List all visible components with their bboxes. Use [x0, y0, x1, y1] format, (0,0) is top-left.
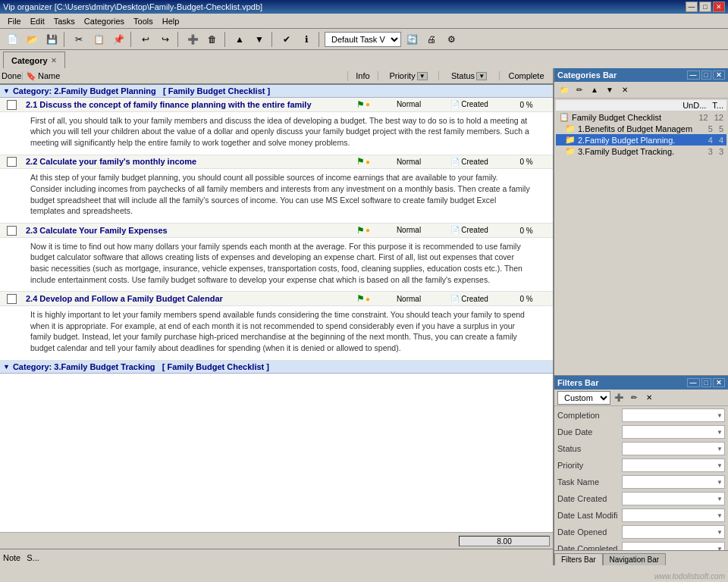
filter-field-input[interactable]: ▼	[622, 458, 725, 472]
priority-sort-btn[interactable]: ▼	[417, 72, 428, 80]
filter-preset-dropdown[interactable]: Custom	[557, 391, 610, 405]
col-header-status[interactable]: Status ▼	[439, 71, 500, 80]
filter-dropdown-arrow-icon[interactable]: ▼	[717, 479, 723, 486]
toolbar-undo[interactable]: ↩	[136, 31, 155, 48]
cat-header-close[interactable]: ✕	[713, 70, 725, 80]
cat-header-minimize[interactable]: —	[687, 70, 700, 80]
cat-tree-item[interactable]: 📁 1.Benefits of Budget Managem 5 5	[556, 123, 726, 134]
toolbar-refresh[interactable]: 🔄	[403, 31, 421, 48]
task-row[interactable]: 2.2 Calculate your family's monthly inco…	[0, 155, 553, 170]
cat-move-up-btn[interactable]: ▲	[588, 83, 601, 97]
cat-header-maximize[interactable]: □	[701, 70, 711, 80]
category-row[interactable]: ▼ Category: 2.Family Budget Planning [ F…	[0, 85, 553, 98]
filter-dropdown-arrow-icon[interactable]: ▼	[717, 512, 723, 519]
task-row[interactable]: 2.3 Calculate Your Family Expenses ⚑ ● N…	[0, 224, 553, 238]
task-done-cell[interactable]	[0, 155, 23, 169]
toolbar-info[interactable]: ℹ	[297, 31, 315, 48]
maximize-button[interactable]: □	[699, 2, 711, 12]
toolbar-save[interactable]: 💾	[42, 31, 61, 48]
category-row[interactable]: ▼ Category: 3.Family Budget Tracking [ F…	[0, 361, 553, 374]
filter-dropdown-arrow-icon[interactable]: ▼	[717, 462, 723, 469]
filter-dropdown-arrow-icon[interactable]: ▼	[717, 429, 723, 436]
filter-field-label: Date Last Modifi	[557, 511, 622, 520]
task-checkbox[interactable]	[7, 294, 17, 304]
toolbar-redo[interactable]: ↪	[156, 31, 174, 48]
task-name-cell[interactable]: 2.3 Calculate Your Family Expenses	[23, 224, 348, 236]
filter-header-close[interactable]: ✕	[713, 378, 725, 387]
toolbar-new[interactable]: 📄	[3, 31, 21, 48]
col-header-complete: Complete	[500, 71, 553, 80]
task-done-cell[interactable]	[0, 292, 23, 305]
toolbar-settings[interactable]: ⚙	[442, 31, 460, 48]
cat-tree-item[interactable]: 📁 3.Family Budget Tracking. 3 3	[556, 146, 726, 157]
toolbar-delete[interactable]: 🗑	[203, 31, 221, 48]
task-done-cell[interactable]	[0, 98, 23, 111]
col-name-icon: 🔖	[26, 71, 36, 81]
view-dropdown[interactable]: Default Task V	[325, 32, 401, 47]
task-checkbox[interactable]	[7, 226, 17, 236]
minimize-button[interactable]: —	[686, 2, 698, 12]
menu-help[interactable]: Help	[158, 15, 184, 27]
bottom-tab-filters[interactable]: Filters Bar	[554, 553, 603, 565]
task-name-cell[interactable]: 2.4 Develop and Follow a Family Budget C…	[23, 293, 348, 305]
filter-field-input[interactable]: ▼	[622, 425, 725, 439]
toolbar-copy[interactable]: 📋	[89, 31, 108, 48]
cat-tree-item[interactable]: 📋 Family Budget Checklist 12 12	[556, 111, 726, 123]
filter-header-maximize[interactable]: □	[701, 378, 711, 387]
filter-delete-btn[interactable]: ✕	[642, 391, 656, 405]
cat-edit-btn[interactable]: ✏	[573, 83, 586, 97]
task-complete-cell: 0 %	[500, 157, 553, 166]
filter-dropdown-arrow-icon[interactable]: ▼	[717, 529, 723, 536]
status-sort-btn[interactable]: ▼	[476, 72, 487, 80]
toolbar-cut[interactable]: ✂	[70, 31, 88, 48]
filter-field-input[interactable]: ▼	[622, 492, 725, 505]
cat-move-down-btn[interactable]: ▼	[603, 83, 617, 97]
task-status-cell: 📄 Created	[439, 158, 500, 166]
toolbar-up[interactable]: ▲	[231, 31, 249, 48]
cat-add-btn[interactable]: 📁	[557, 83, 571, 97]
toolbar-open[interactable]: 📂	[23, 31, 41, 48]
filter-field-label: Completion	[557, 411, 622, 420]
toolbar-sep2	[130, 32, 133, 47]
filters-header-btns: — □ ✕	[687, 378, 725, 387]
filter-dropdown-arrow-icon[interactable]: ▼	[717, 412, 723, 419]
menu-file[interactable]: File	[3, 15, 26, 27]
menu-tools[interactable]: Tools	[129, 15, 158, 27]
filter-header-minimize[interactable]: —	[687, 378, 700, 387]
toolbar-add-task[interactable]: ➕	[184, 31, 202, 48]
filter-field-input[interactable]: ▼	[622, 525, 725, 539]
filter-field-input[interactable]: ▼	[622, 542, 725, 550]
menu-tasks[interactable]: Tasks	[49, 15, 80, 27]
toolbar-check[interactable]: ✔	[278, 31, 296, 48]
toolbar-down[interactable]: ▼	[250, 31, 268, 48]
task-checkbox[interactable]	[7, 157, 17, 167]
bottom-tab-navigation[interactable]: Navigation Bar	[603, 553, 667, 565]
bottom-panel-tabs: Filters Bar Navigation Bar	[554, 550, 728, 565]
task-row[interactable]: 2.4 Develop and Follow a Family Budget C…	[0, 292, 553, 306]
task-row[interactable]: 2.1 Discuss the concept of family financ…	[0, 98, 553, 112]
filter-field-input[interactable]: ▼	[622, 508, 725, 522]
menu-edit[interactable]: Edit	[26, 15, 49, 27]
task-name-cell[interactable]: 2.1 Discuss the concept of family financ…	[23, 99, 348, 111]
filter-field-input[interactable]: ▼	[622, 475, 725, 489]
col-header-priority[interactable]: Priority ▼	[378, 71, 439, 80]
filter-add-btn[interactable]: ➕	[612, 391, 626, 405]
filter-dropdown-arrow-icon[interactable]: ▼	[717, 496, 723, 502]
cat-delete-btn[interactable]: ✕	[618, 83, 632, 97]
cat-tree-item[interactable]: 📁 2.Family Budget Planning. 4 4	[556, 134, 726, 146]
menu-categories[interactable]: Categories	[80, 15, 129, 27]
tab-category[interactable]: Category ✕	[3, 52, 65, 68]
task-done-cell[interactable]	[0, 224, 23, 237]
toolbar-print[interactable]: 🖨	[422, 31, 441, 48]
filter-field-input[interactable]: ▼	[622, 408, 725, 422]
task-checkbox[interactable]	[7, 100, 17, 110]
right-panel: Categories Bar — □ ✕ 📁 ✏ ▲ ▼ ✕ UnD...	[554, 68, 728, 565]
filter-field-input[interactable]: ▼	[622, 442, 725, 455]
tab-close-icon[interactable]: ✕	[51, 57, 57, 64]
cat-count-und: 12	[699, 113, 708, 122]
task-name-cell[interactable]: 2.2 Calculate your family's monthly inco…	[23, 155, 348, 167]
filter-dropdown-arrow-icon[interactable]: ▼	[717, 446, 723, 452]
close-button[interactable]: ✕	[713, 2, 725, 12]
filter-edit-btn[interactable]: ✏	[627, 391, 641, 405]
toolbar-paste[interactable]: 📌	[109, 31, 127, 48]
